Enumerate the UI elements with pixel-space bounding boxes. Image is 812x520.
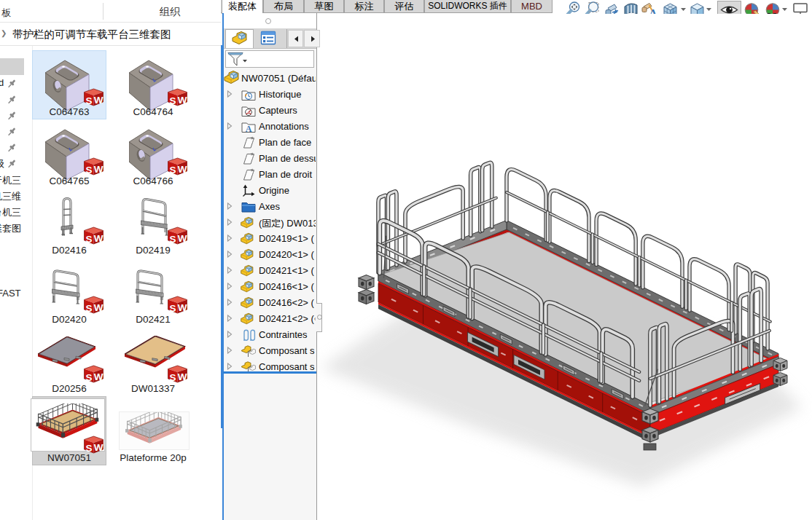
svg-text:A: A bbox=[246, 124, 252, 134]
